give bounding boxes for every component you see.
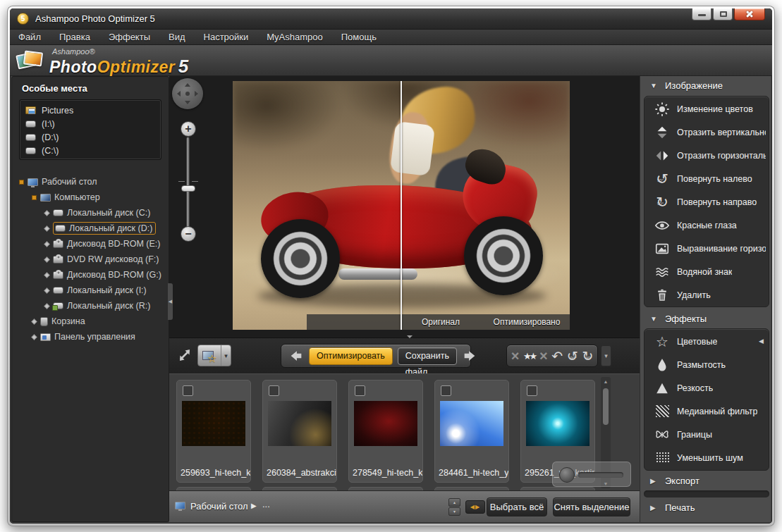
thumbnail-checkbox[interactable] [183, 385, 193, 396]
place-item-pictures[interactable]: Pictures [20, 104, 161, 117]
place-item-drive-i[interactable]: (I:\) [20, 117, 161, 130]
rotate-left-icon[interactable]: ↺90° [567, 349, 578, 363]
thumbnail-item[interactable]: 260384_abstrakciya [262, 380, 337, 483]
thumbnail-zoom-groove[interactable] [578, 472, 623, 478]
spinner-down-icon[interactable]: ▾ [448, 507, 460, 516]
fullscreen-icon[interactable] [176, 347, 193, 364]
pan-left-icon[interactable] [177, 91, 181, 97]
pan-control[interactable] [172, 78, 203, 109]
tool-rotate-left[interactable]: ↺90° Повернуть налево [644, 167, 769, 190]
row-spinner[interactable]: ▴ ▾ [448, 498, 460, 516]
close-button[interactable] [734, 8, 765, 20]
thumbnail-zoom-overlay[interactable] [552, 462, 631, 487]
tool-flip-vertical[interactable]: Отразить вертикально [644, 120, 769, 144]
photo-compare-view[interactable]: Оригинал Оптимизировано [233, 81, 570, 330]
tree-item-local-disk-r[interactable]: Локальный диск (R:) [12, 298, 169, 314]
breadcrumb-more[interactable]: ... [262, 499, 270, 509]
menu-file[interactable]: Файл [18, 32, 41, 42]
toolbar-dropdown-button[interactable]: ▾ [601, 345, 611, 366]
menu-myashampoo[interactable]: MyAshampoo [267, 32, 322, 42]
tool-color-change[interactable]: Изменение цветов [644, 97, 769, 120]
effect-denoise[interactable]: Уменьшить шум [644, 446, 769, 469]
maximize-button[interactable] [713, 8, 733, 20]
effect-blur[interactable]: Размытость [644, 353, 769, 376]
menu-view[interactable]: Вид [169, 32, 185, 42]
compare-divider[interactable] [401, 81, 402, 330]
auto-optimize-dropdown[interactable]: ▾ [221, 345, 231, 366]
tree-item-bdrom-e[interactable]: Дисковод BD-ROM (E:) [12, 236, 169, 252]
sidebar-splitter-handle[interactable]: ◀ [168, 283, 173, 320]
thumbnail-item[interactable]: 278549_hi-tech_ko [348, 380, 423, 483]
thumbnail-item[interactable]: 259693_hi-tech_ko [176, 380, 251, 483]
tool-delete[interactable]: Удалить [644, 283, 769, 307]
thumbnail-image[interactable] [440, 401, 503, 446]
thumbnail-image[interactable] [268, 401, 331, 446]
pan-down-icon[interactable] [185, 101, 190, 104]
tree-item-local-disk-d-selected[interactable]: Локальный диск (D:) [12, 221, 169, 236]
zoom-slider-track[interactable] [186, 137, 190, 228]
auto-optimize-icon[interactable]: ☆ [198, 345, 221, 366]
zoom-out-button[interactable]: − [181, 226, 196, 242]
tree-item-recycle-bin[interactable]: Корзина [12, 314, 169, 329]
scroll-up-icon[interactable]: ▲ [601, 377, 611, 386]
previous-image-button[interactable] [288, 348, 304, 364]
section-header-image[interactable]: ▼ Изображение [640, 78, 771, 93]
tree-expander-icon[interactable] [32, 195, 37, 200]
tool-rotate-right[interactable]: ↻90° Повернуть направо [644, 190, 769, 214]
thumbnail-zoom-knob[interactable] [559, 467, 575, 483]
menu-settings[interactable]: Настройки [204, 32, 249, 42]
thumbnail-checkbox[interactable] [441, 385, 451, 396]
thumbnail-item[interactable]: 284461_hi-tech_yel [434, 380, 509, 483]
tool-flip-horizontal[interactable]: Отразить горизонтально [644, 144, 769, 167]
title-bar[interactable]: 5 Ashampoo Photo Optimizer 5 [10, 8, 772, 30]
effects-stars-icon[interactable]: ★★ [523, 351, 535, 361]
section-header-effects[interactable]: ▼ Эффекты [640, 311, 771, 326]
page-nav-button[interactable]: ◀▶ [465, 500, 485, 514]
menu-edit[interactable]: Правка [59, 32, 90, 42]
pan-up-icon[interactable] [185, 83, 190, 87]
tree-expander-icon[interactable] [19, 180, 24, 185]
tool-watermark[interactable]: Водяной знак [644, 260, 769, 283]
pan-right-icon[interactable] [195, 91, 198, 97]
discard-icon[interactable]: × [539, 349, 548, 363]
breadcrumb-arrow-icon[interactable]: ▶ [251, 502, 257, 509]
select-all-button[interactable]: Выбрать всё [487, 497, 547, 516]
spinner-up-icon[interactable]: ▴ [448, 498, 460, 507]
thumbnail-checkbox[interactable] [269, 385, 279, 396]
menu-help[interactable]: Помощь [341, 32, 377, 42]
tool-horizon-align[interactable]: Выравнивание горизонт [644, 237, 769, 260]
tool-red-eye[interactable]: Красные глаза [644, 214, 769, 237]
optimize-button[interactable]: Оптимизировать [309, 347, 393, 365]
place-item-drive-d[interactable]: (D:\) [20, 130, 161, 144]
deselect-button[interactable]: Снять выделение [553, 497, 630, 516]
effect-borders[interactable]: Границы [644, 423, 769, 446]
tree-item-local-disk-c[interactable]: Локальный диск (C:) [12, 205, 169, 221]
save-file-button[interactable]: Сохранить файл [398, 347, 457, 365]
section-header-print[interactable]: ▶ Печать [640, 500, 771, 515]
section-header-export[interactable]: ▶ Экспорт [640, 473, 771, 488]
tree-item-bdrom-g[interactable]: Дисковод BD-ROM (G:) [12, 267, 169, 283]
scrollbar-thumb[interactable] [603, 388, 609, 425]
thumbnail-image[interactable] [354, 401, 417, 446]
remove-effects-icon[interactable]: × [511, 349, 520, 363]
thumbnail-image[interactable] [182, 401, 245, 446]
zoom-in-button[interactable]: + [181, 121, 196, 137]
tree-item-control-panel[interactable]: Панель управления [12, 329, 169, 345]
undo-icon[interactable]: ↶ [551, 349, 563, 363]
tree-item-dvdrw-f[interactable]: DVD RW дисковод (F:) [12, 252, 169, 267]
thumbnail-checkbox[interactable] [527, 385, 537, 396]
auto-optimize-split-button[interactable]: ☆ ▾ [197, 345, 231, 366]
rotate-right-icon[interactable]: ↻90° [582, 349, 593, 363]
effect-color[interactable]: ☆ Цветовые ◀ [644, 330, 769, 353]
tree-item-computer[interactable]: Компьютер [12, 190, 169, 205]
next-image-button[interactable] [462, 348, 477, 364]
place-item-drive-c[interactable]: (C:\) [20, 144, 161, 157]
pan-center-icon[interactable] [185, 92, 190, 96]
breadcrumb-root[interactable]: Рабочий стол [190, 501, 248, 512]
tree-item-local-disk-i[interactable]: Локальный диск (I:) [12, 283, 169, 298]
tree-item-desktop[interactable]: Рабочий стол [12, 174, 169, 190]
thumbnail-image[interactable] [526, 401, 589, 446]
minimize-button[interactable] [692, 8, 711, 20]
effect-median-filter[interactable]: Медианный фильтр [644, 400, 769, 423]
menu-effects[interactable]: Эффекты [109, 32, 150, 42]
